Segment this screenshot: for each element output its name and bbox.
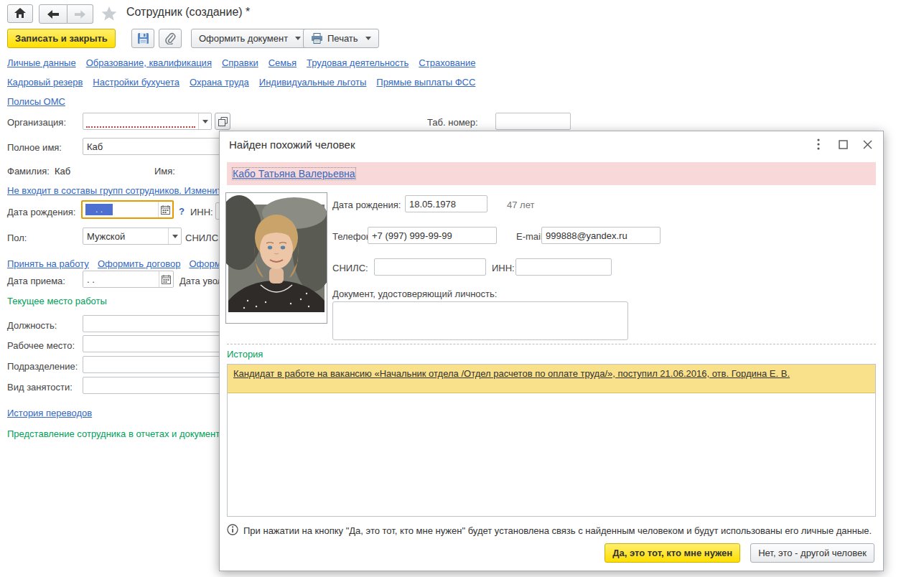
paperclip-icon xyxy=(164,32,176,44)
attachments-button[interactable] xyxy=(159,29,182,48)
surname-label: Фамилия: xyxy=(7,166,50,177)
dialog-phone-input[interactable] xyxy=(368,227,497,244)
favorite-star-icon[interactable] xyxy=(101,5,118,24)
hire-date-label: Дата приема: xyxy=(7,276,65,286)
app-window: Сотрудник (создание) * Записать и закрыт… xyxy=(0,0,924,577)
back-button[interactable] xyxy=(39,4,67,24)
nav-link-accounting[interactable]: Настройки бухучета xyxy=(93,77,179,88)
dialog-snils-input[interactable] xyxy=(374,258,486,276)
calendar-icon[interactable] xyxy=(159,271,173,287)
nav-link-family[interactable]: Семья xyxy=(269,57,297,68)
info-icon xyxy=(227,524,238,538)
dialog-birthdate-input[interactable] xyxy=(405,195,487,212)
dialog-birthdate-label: Дата рождения: xyxy=(332,200,401,210)
history-nav-group xyxy=(39,4,93,24)
hire-date-input[interactable]: . . xyxy=(83,271,174,288)
position-label: Должность: xyxy=(7,320,57,331)
floppy-icon xyxy=(137,32,149,44)
save-button[interactable] xyxy=(131,29,154,48)
contract-link[interactable]: Оформить договор xyxy=(98,258,181,269)
nav-link-personal[interactable]: Личные данные xyxy=(7,57,76,68)
firstname-label: Имя: xyxy=(154,166,175,177)
birthdate-label: Дата рождения: xyxy=(7,207,75,217)
gender-combobox[interactable]: Мужской xyxy=(83,227,182,245)
org-dropdown-arrow[interactable] xyxy=(198,113,211,129)
make-document-label: Оформить документ xyxy=(199,33,288,44)
choose-from-list-icon xyxy=(218,117,228,126)
nav-link-insurance[interactable]: Страхование xyxy=(419,57,475,68)
age-text: 47 лет xyxy=(507,200,534,210)
full-name-label: Полное имя: xyxy=(7,142,62,153)
nav-link-fss[interactable]: Прямые выплаты ФСС xyxy=(376,77,475,88)
print-label: Печать xyxy=(327,33,358,44)
employment-label: Вид занятости: xyxy=(7,382,73,393)
yes-button[interactable]: Да, это тот, кто мне нужен xyxy=(605,543,740,563)
nav-link-benefits[interactable]: Индивидуальные льготы xyxy=(259,77,367,88)
save-close-button[interactable]: Записать и закрыть xyxy=(7,29,116,48)
history-item-link[interactable]: Кандидат в работе на вакансию «Начальник… xyxy=(233,368,790,379)
nav-link-labor-safety[interactable]: Охрана труда xyxy=(190,77,249,88)
hire-date-value[interactable]: . . xyxy=(83,271,159,287)
dialog-close-button[interactable] xyxy=(860,137,874,151)
nav-link-work-history[interactable]: Трудовая деятельность xyxy=(307,57,409,68)
transfers-history-link[interactable]: История переводов xyxy=(7,408,92,418)
groups-membership-link[interactable]: Не входит в составы групп сотрудников. И… xyxy=(7,185,226,196)
chevron-down-icon xyxy=(295,37,301,40)
birthdate-help[interactable]: ? xyxy=(179,206,185,217)
inn-label: ИНН: xyxy=(190,207,213,217)
make-document-button[interactable]: Оформить документ xyxy=(191,29,309,48)
birthdate-input[interactable]: . . xyxy=(81,200,174,219)
gender-value[interactable]: Мужской xyxy=(83,228,168,244)
hire-link[interactable]: Принять на работу xyxy=(7,258,89,269)
nav-link-reserve[interactable]: Кадровый резерв xyxy=(7,77,83,88)
no-button[interactable]: Нет, это - другой человек xyxy=(750,543,874,563)
representation-link[interactable]: Представление сотрудника в отчетах и док… xyxy=(7,428,230,439)
dialog-maximize-button[interactable] xyxy=(836,137,850,151)
home-icon xyxy=(14,8,26,20)
dialog-inn-label: ИНН: xyxy=(492,263,515,273)
person-photo xyxy=(225,192,327,324)
forward-button[interactable] xyxy=(67,4,93,24)
page-title: Сотрудник (создание) * xyxy=(126,6,250,19)
org-choose-button[interactable] xyxy=(215,113,230,130)
gender-label: Пол: xyxy=(7,233,27,243)
info-text: При нажатии на кнопку "Да, это тот, кто … xyxy=(243,525,875,536)
dialog-email-input[interactable] xyxy=(541,227,661,244)
history-list: Кандидат в работе на вакансию «Начальник… xyxy=(227,364,876,517)
tab-number-input[interactable] xyxy=(495,113,571,130)
section-divider xyxy=(227,344,876,344)
birthdate-selection: . . xyxy=(85,204,113,215)
tab-number-label: Таб. номер: xyxy=(427,117,478,128)
dialog-snils-label: СНИЛС: xyxy=(332,263,368,273)
person-link[interactable]: Кабо Татьяна Валерьевна xyxy=(233,168,355,179)
close-icon xyxy=(863,140,872,149)
workplace-label: Рабочее место: xyxy=(7,340,75,351)
arrow-right-icon xyxy=(75,10,85,19)
chevron-down-icon xyxy=(365,37,371,40)
dialog-inn-input[interactable] xyxy=(515,258,612,276)
dialog-menu-button[interactable] xyxy=(811,137,826,151)
person-banner: Кабо Татьяна Валерьевна xyxy=(227,162,876,185)
home-button[interactable] xyxy=(7,4,33,23)
history-header: История xyxy=(227,349,263,360)
nav-link-education[interactable]: Образование, квалификация xyxy=(86,57,212,68)
snils-label: СНИЛС: xyxy=(185,233,221,243)
org-value[interactable] xyxy=(83,113,198,129)
calendar-icon[interactable] xyxy=(158,202,172,217)
maximize-icon xyxy=(839,140,848,149)
current-place-header: Текущее место работы xyxy=(7,296,107,306)
org-combobox[interactable] xyxy=(83,113,212,130)
identity-doc-label: Документ, удостоверяющий личность: xyxy=(332,288,497,299)
kebab-menu-icon xyxy=(817,139,820,150)
arrow-left-icon xyxy=(47,10,59,19)
nav-link-oms[interactable]: Полисы ОМС xyxy=(7,96,65,107)
printer-icon xyxy=(311,33,323,44)
similar-person-dialog: Найден похожий человек Кабо Татьяна Вале… xyxy=(219,131,884,571)
org-label: Организация: xyxy=(7,117,66,128)
identity-doc-textarea[interactable] xyxy=(332,301,628,340)
history-list-item[interactable]: Кандидат в работе на вакансию «Начальник… xyxy=(228,365,875,393)
nav-link-certificates[interactable]: Справки xyxy=(222,57,258,68)
department-label: Подразделение: xyxy=(7,361,78,372)
print-button[interactable]: Печать xyxy=(303,29,379,48)
gender-dropdown-arrow[interactable] xyxy=(168,228,181,244)
